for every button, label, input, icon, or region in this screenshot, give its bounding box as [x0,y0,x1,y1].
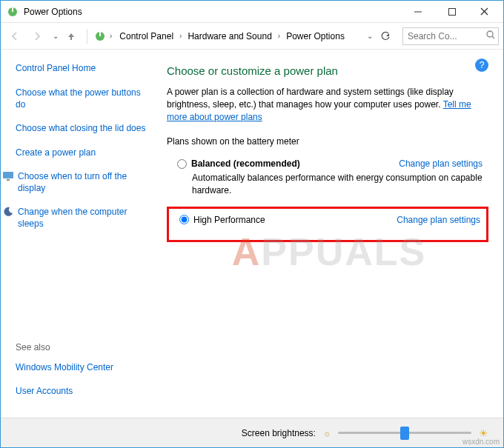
power-options-icon [7,6,19,18]
close-button[interactable] [469,1,503,23]
maximize-button[interactable] [435,1,469,23]
brightness-slider[interactable] [338,426,471,441]
chevron-right-icon: › [278,32,280,40]
power-plan-balanced: Balanced (recommended) Change plan setti… [167,154,488,203]
breadcrumb-power-options[interactable]: Power Options [282,29,349,44]
page-description: A power plan is a collection of hardware… [167,86,488,123]
sidebar-link-create-plan[interactable]: Create a power plan [16,147,146,158]
window-title: Power Options [24,7,401,17]
sidebar-link-computer-sleeps[interactable]: Change when the computer sleeps [18,206,146,230]
high-performance-radio[interactable] [179,215,189,224]
balanced-change-settings-link[interactable]: Change plan settings [399,158,483,169]
sun-dim-icon: ☼ [323,429,331,438]
sidebar-link-closing-lid[interactable]: Choose what closing the lid does [16,122,146,134]
svg-rect-3 [449,8,456,15]
breadcrumb: Control Panel › Hardware and Sound › Pow… [115,29,361,44]
see-also-label: See also [16,342,146,352]
high-performance-plan-name: High Performance [193,215,265,225]
up-button[interactable] [62,27,81,46]
svg-point-8 [487,31,493,37]
sidebar-link-mobility-center[interactable]: Windows Mobility Center [16,361,146,373]
svg-line-9 [492,36,494,39]
search-input[interactable] [406,30,483,42]
balanced-radio[interactable] [177,159,187,169]
search-box[interactable] [402,27,499,45]
power-icon-small [93,30,107,43]
plans-section-label: Plans shown on the battery meter [167,136,488,147]
breadcrumb-control-panel[interactable]: Control Panel [115,29,178,44]
forward-button[interactable] [27,27,47,46]
credit-text: wsxdn.com [462,438,500,446]
svg-rect-10 [3,172,13,178]
brightness-label: Screen brightness: [242,428,316,438]
sidebar-link-turn-off-display[interactable]: Choose when to turn off the display [18,170,146,194]
sidebar-link-power-buttons[interactable]: Choose what the power buttons do [16,87,146,110]
help-icon[interactable]: ? [475,58,488,72]
balanced-plan-name: Balanced (recommended) [191,158,300,169]
high-performance-change-settings-link[interactable]: Change plan settings [397,215,480,225]
balanced-plan-description: Automatically balances performance with … [192,172,483,195]
page-heading: Choose or customize a power plan [167,64,488,77]
svg-rect-1 [12,7,13,12]
separator [87,29,87,44]
control-panel-home-link[interactable]: Control Panel Home [16,63,146,73]
minimize-button[interactable] [401,1,435,23]
recent-locations-icon[interactable]: ⌄ [53,32,59,40]
chevron-right-icon: › [110,32,112,40]
svg-rect-7 [99,32,101,36]
refresh-button[interactable] [376,27,395,46]
slider-thumb[interactable] [400,427,409,440]
svg-rect-11 [7,179,10,181]
moon-icon [2,206,14,218]
sidebar-link-user-accounts[interactable]: User Accounts [16,385,146,397]
breadcrumb-hardware-sound[interactable]: Hardware and Sound [183,29,276,44]
monitor-icon [2,170,14,182]
search-icon [486,30,495,41]
chevron-right-icon: › [179,32,182,40]
power-plan-high-performance: High Performance Change plan settings [167,207,488,242]
breadcrumb-dropdown-icon[interactable]: ⌄ [367,32,373,40]
back-button[interactable] [5,27,24,46]
